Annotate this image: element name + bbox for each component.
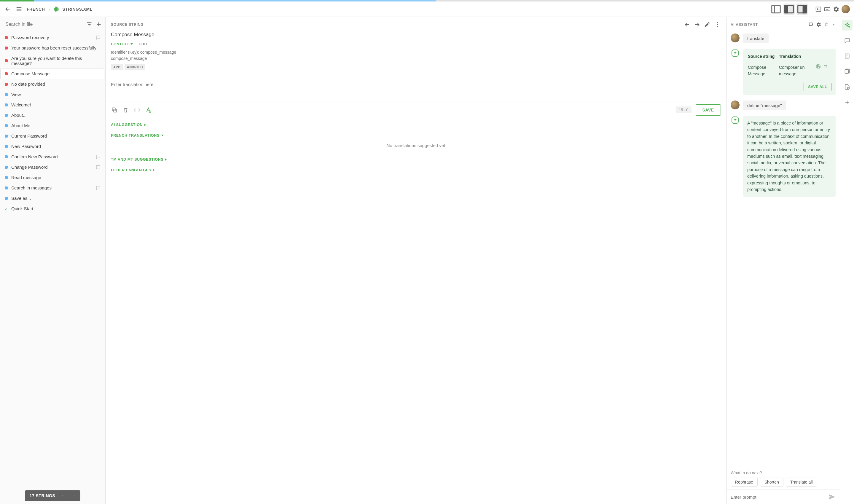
context-tag: APP [111, 64, 123, 70]
status-dot [5, 155, 8, 158]
rail-comments-icon[interactable] [842, 35, 853, 46]
next-page-icon[interactable]: → [71, 493, 76, 498]
rail-file-icon[interactable] [842, 82, 853, 92]
col-translation: Translation [779, 53, 814, 62]
status-dot [5, 72, 8, 75]
plus-icon[interactable] [95, 21, 102, 28]
avatar [731, 101, 740, 109]
suggestion-chip[interactable]: Translate all [786, 478, 817, 486]
string-row[interactable]: ✓Quick Start [1, 203, 104, 214]
svg-rect-6 [825, 7, 830, 11]
string-row[interactable]: Change Password [1, 162, 104, 172]
context-edit[interactable]: EDIT [139, 42, 148, 46]
send-icon[interactable] [829, 493, 836, 501]
suggestion-chip[interactable]: Shorten [760, 478, 783, 486]
strings-count-pill: 17 STRINGS ← → [25, 490, 81, 501]
string-row[interactable]: No date provided [1, 79, 104, 89]
string-row[interactable]: Are you sure you want to delete this mes… [1, 53, 104, 69]
gear-icon[interactable] [833, 6, 840, 13]
string-row[interactable]: Compose Message [1, 69, 104, 79]
more-icon[interactable] [714, 21, 721, 28]
string-row[interactable]: Confirm New Password [1, 151, 104, 162]
rail [840, 17, 854, 504]
string-row[interactable]: Current Password [1, 131, 104, 141]
insert-tag-icon[interactable] [134, 106, 141, 113]
rail-add-icon[interactable] [842, 97, 853, 108]
back-icon[interactable] [4, 6, 11, 13]
suggestion-chip[interactable]: Rephrase [731, 478, 758, 486]
chevron-right-icon: › [48, 7, 50, 12]
string-label: About... [11, 113, 101, 118]
chat-log: translateSource stringTranslationCompose… [727, 31, 840, 469]
french-translations-toggle[interactable]: FRENCH TRANSLATIONS [111, 133, 721, 138]
tm-suggestions-toggle[interactable]: TM AND MT SUGGESTIONS [111, 158, 721, 162]
rail-context-icon[interactable] [842, 51, 853, 61]
new-chat-icon[interactable] [808, 21, 814, 28]
svg-point-8 [717, 24, 718, 25]
ai-settings-icon[interactable] [816, 21, 821, 28]
center-panel: SOURCE STRING Compose Message CONTEXT ED… [106, 17, 727, 504]
char-counter: 15 · 0 [676, 106, 692, 113]
svg-rect-0 [772, 5, 781, 13]
text-format-icon[interactable] [145, 106, 152, 113]
svg-rect-5 [816, 7, 821, 11]
string-row[interactable]: Read message [1, 172, 104, 183]
layout-three-icon[interactable] [797, 3, 808, 15]
string-row[interactable]: About... [1, 110, 104, 120]
string-row[interactable]: About Me [1, 120, 104, 131]
layout-single-icon[interactable] [770, 3, 782, 15]
rail-tm-icon[interactable] [842, 66, 853, 77]
breadcrumb-file[interactable]: STRINGS.XML [63, 7, 92, 12]
clear-icon[interactable] [122, 106, 129, 113]
context-tag: ANDROID [125, 64, 145, 70]
save-row-icon[interactable] [815, 65, 822, 70]
svg-rect-12 [809, 23, 813, 25]
string-row[interactable]: Search in messages [1, 183, 104, 193]
string-row[interactable]: View [1, 89, 104, 100]
prev-page-icon[interactable]: ← [61, 493, 66, 498]
string-row[interactable]: Save as... [1, 193, 104, 203]
source-string-label: SOURCE STRING [111, 22, 680, 27]
avatar[interactable] [841, 5, 850, 13]
strings-count: 17 STRINGS [30, 493, 55, 498]
copy-source-icon[interactable] [111, 106, 118, 113]
layout-two-icon[interactable] [783, 3, 795, 15]
ai-suggestion-toggle[interactable]: AI SUGGESTION [111, 123, 721, 127]
comment-icon [96, 35, 101, 40]
string-label: Save as... [11, 196, 101, 201]
android-icon [54, 6, 59, 12]
keyboard-icon[interactable] [824, 6, 831, 13]
prompt-input[interactable] [731, 494, 825, 500]
string-row[interactable]: New Password [1, 141, 104, 151]
search-input[interactable] [5, 18, 83, 31]
string-row[interactable]: Welcome! [1, 100, 104, 110]
user-message: define "message" [731, 101, 836, 110]
cell-source: Compose Message [748, 63, 778, 78]
string-row[interactable]: Your password has been reset successfull… [1, 43, 104, 53]
rail-ai-icon[interactable] [842, 20, 853, 31]
pin-icon[interactable] [824, 21, 829, 28]
ai-message: Source stringTranslationCompose MessageC… [731, 49, 836, 95]
status-dot [5, 83, 8, 86]
filter-icon[interactable] [86, 21, 93, 28]
chevron-down-icon[interactable] [832, 21, 836, 28]
terminal-icon[interactable] [815, 6, 822, 13]
string-row[interactable]: Password recovery [1, 32, 104, 43]
next-string-icon[interactable] [694, 21, 701, 28]
prev-string-icon[interactable] [683, 21, 691, 28]
breadcrumb-language[interactable]: FRENCH [27, 7, 45, 12]
string-label: Compose Message [11, 71, 101, 76]
other-languages-toggle[interactable]: OTHER LANGUAGES [111, 168, 721, 172]
status-dot [5, 104, 8, 106]
status-dot [5, 36, 8, 39]
context-toggle[interactable]: CONTEXT [111, 42, 133, 46]
menu-icon[interactable] [15, 6, 22, 13]
avatar [731, 34, 740, 42]
translation-input[interactable] [106, 77, 726, 100]
edit-icon[interactable] [704, 21, 711, 28]
save-button[interactable]: SAVE [696, 104, 721, 115]
string-label: Are you sure you want to delete this mes… [11, 56, 101, 66]
user-bubble: define "message" [743, 101, 786, 110]
delete-row-icon[interactable] [822, 65, 829, 70]
save-all-button[interactable]: SAVE ALL [804, 83, 832, 91]
